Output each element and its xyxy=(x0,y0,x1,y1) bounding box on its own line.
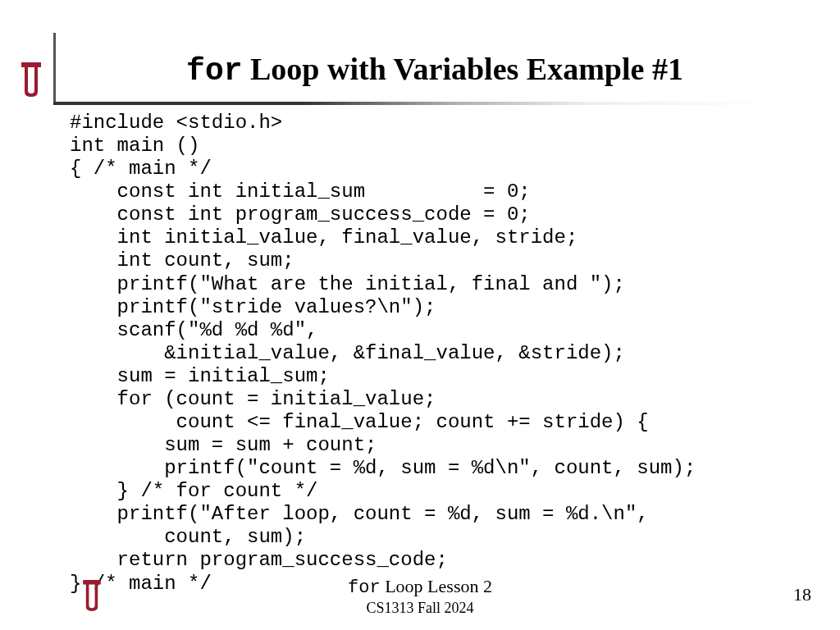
footer-lesson: for Loop Lesson 2 xyxy=(0,576,840,598)
ou-logo-footer xyxy=(77,576,107,615)
code-block: #include <stdio.h> int main () { /* main… xyxy=(70,112,696,596)
ou-logo-main xyxy=(15,59,48,100)
page-number: 18 xyxy=(793,584,811,605)
footer-course: CS1313 Fall 2024 xyxy=(0,600,840,617)
footer: for Loop Lesson 2 CS1313 Fall 2024 xyxy=(0,576,840,617)
slide-title: for Loop with Variables Example #1 xyxy=(66,51,804,89)
title-vertical-rule xyxy=(53,33,56,105)
footer-lesson-mono: for xyxy=(348,578,381,598)
title-horizontal-rule xyxy=(53,102,767,105)
title-rest: Loop with Variables Example #1 xyxy=(243,52,683,86)
footer-lesson-rest: Loop Lesson 2 xyxy=(381,576,492,596)
title-mono-part: for xyxy=(186,53,242,89)
